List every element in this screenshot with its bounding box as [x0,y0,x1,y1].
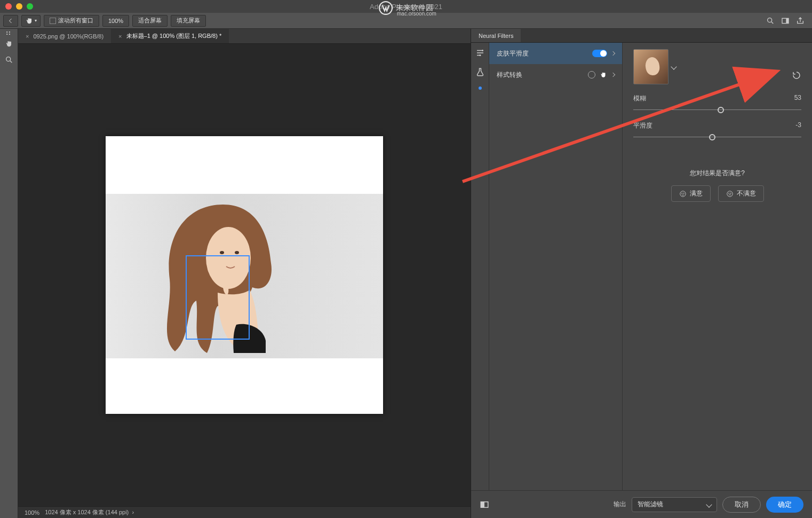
svg-point-13 [727,191,733,197]
slider-knob[interactable] [718,107,724,113]
settings-icon[interactable] [475,48,485,58]
beaker-icon[interactable] [475,67,485,77]
slider-value: 53 [794,94,801,103]
chevron-right-icon [611,51,615,56]
status-zoom[interactable]: 100% [25,509,39,516]
scroll-all-windows-checkbox[interactable]: 滚动所有窗口 [44,15,99,27]
svg-point-9 [479,54,481,56]
svg-rect-18 [481,501,484,507]
ok-button[interactable]: 确定 [766,497,803,513]
filter-list: 皮肤平滑度 样式转换 [489,43,623,490]
svg-point-12 [683,193,684,193]
neural-filters-panel: Neural Filters 皮肤平滑度 样式转换 [471,29,812,518]
workspace-icon[interactable] [781,17,790,25]
face-detection-box [186,255,250,340]
chevron-right-icon [611,73,615,77]
panel-grip[interactable]: •••• [6,31,12,35]
filter-category-column [471,43,489,490]
app-title: Adobe Photoshop 2021 [370,3,442,11]
document-tab-bar: × 0925.png @ 100%(RGB/8) × 未标题–1 @ 100% … [18,29,471,44]
svg-point-4 [6,57,10,61]
svg-point-15 [730,193,731,193]
canvas[interactable] [18,44,471,506]
back-button[interactable] [3,15,18,27]
svg-rect-3 [786,18,789,23]
filter-item-skin-smoothing[interactable]: 皮肤平滑度 [489,43,622,64]
fit-screen-button[interactable]: 适合屏幕 [132,15,168,27]
document-tab-1[interactable]: × 未标题–1 @ 100% (图层 1, RGB/8) * [111,29,229,43]
filter-controls: 模糊 53 平滑度 -3 [623,43,812,490]
svg-point-6 [220,251,224,254]
face-thumbnail[interactable] [633,49,668,84]
zoom-tool[interactable] [2,52,17,67]
search-icon[interactable] [766,17,775,25]
cursor-icon [600,71,607,79]
hand-tool-icon[interactable]: ▾ [21,15,41,27]
filter-item-style-transfer[interactable]: 样式转换 [489,64,622,85]
minimize-window-button[interactable] [16,3,22,10]
chevron-down-icon [706,501,712,507]
chevron-down-icon[interactable] [671,64,676,69]
svg-point-11 [681,193,682,193]
options-bar: ▾ 滚动所有窗口 100% 适合屏幕 填充屏幕 [0,13,812,29]
svg-point-14 [728,193,729,193]
svg-point-1 [768,18,772,22]
output-select[interactable]: 智能滤镜 [632,497,717,512]
svg-point-10 [680,191,686,197]
reset-icon[interactable] [792,70,801,82]
panel-footer: 输出 智能滤镜 取消 确定 [471,490,812,518]
slider-track[interactable] [633,134,801,141]
cancel-button[interactable]: 取消 [722,497,761,513]
toggle-on[interactable] [592,50,607,57]
feedback-yes-button[interactable]: 满意 [671,185,711,202]
slider-blur: 模糊 53 [633,94,801,114]
document [106,136,383,414]
zoom-level[interactable]: 100% [102,15,129,27]
close-tab-icon[interactable]: × [26,33,29,40]
slider-value: -3 [795,121,801,130]
close-tab-icon[interactable]: × [118,33,122,40]
slider-knob[interactable] [709,134,715,140]
window-controls [5,3,33,10]
slider-smoothness: 平滑度 -3 [633,121,801,141]
toggle-off[interactable] [588,71,595,79]
title-bar: Adobe Photoshop 2021 未来软件园 mac.orsoon.co… [0,0,812,13]
photo-content [106,194,383,358]
svg-point-7 [235,251,239,254]
document-tab-0[interactable]: × 0925.png @ 100%(RGB/8) [18,29,111,43]
panel-tab-neural-filters[interactable]: Neural Filters [471,29,521,42]
svg-point-8 [482,50,483,51]
share-icon[interactable] [796,17,805,25]
output-label: 输出 [614,500,626,509]
fill-screen-button[interactable]: 填充屏幕 [171,15,206,27]
slider-track[interactable] [633,106,801,114]
tools-panel: •••• [0,29,18,518]
feedback-no-button[interactable]: 不满意 [718,185,764,202]
hand-tool[interactable] [2,36,17,51]
preview-toggle-icon[interactable] [480,500,489,509]
close-window-button[interactable] [5,3,12,10]
status-bar: 100% 1024 像素 x 1024 像素 (144 ppi) › [18,506,471,518]
active-category-dot [479,87,482,90]
maximize-window-button[interactable] [27,3,33,10]
feedback-section: 您对结果是否满意? 满意 不满意 [633,169,801,202]
status-info[interactable]: 1024 像素 x 1024 像素 (144 ppi) › [45,508,134,516]
